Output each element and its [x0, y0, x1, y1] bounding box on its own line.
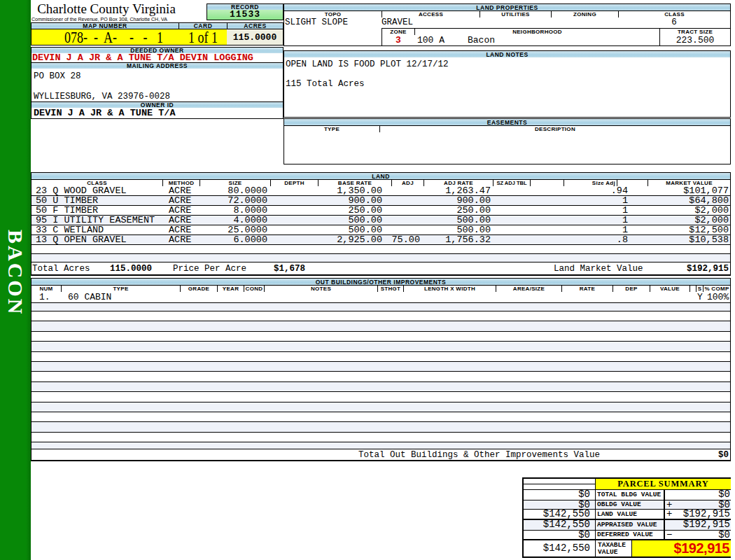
land-method-text: ACRE — [164, 195, 201, 206]
land-size-text: 6.0000 — [201, 234, 267, 245]
land-class-text: 13 Q OPEN GRAVEL — [31, 234, 164, 245]
ps-right-value: $0 — [718, 531, 730, 539]
county-title: Charlotte County Virginia — [36, 1, 176, 17]
land-size-text: 4.0000 — [201, 215, 267, 225]
owner-address-line1-text: PO BOX 28 — [34, 71, 81, 81]
out-buildings-type-text: 60 CABIN — [68, 292, 362, 302]
class-value[interactable]: 6 — [618, 18, 731, 29]
land-base-rate-text: 500.00 — [267, 225, 382, 235]
land-row[interactable]: 33 C WETLAND ACRE 25.0000 500.00 500.00 … — [31, 225, 730, 235]
utilities-value[interactable] — [479, 18, 552, 29]
map-card-text: 1 of 1 — [188, 29, 218, 45]
land-method-text: ACRE — [164, 225, 201, 235]
land-class-text: 33 C WETLAND — [31, 225, 164, 235]
spacer: +$192,915 — [665, 510, 731, 519]
land-notes-value[interactable]: OPEN LAND IS FOOD PLOT 12/17/12115 Total… — [284, 57, 731, 118]
map-map-number-text: 078- - A- - - 1 — [64, 29, 163, 45]
ps-left-value: $142,550 — [524, 520, 596, 530]
land-base-rate-text: 2,925.00 — [267, 234, 382, 245]
ps-taxable-left: $142,550 — [524, 540, 596, 556]
ps-row: $142,550 LAND VALUE +$192,915 — [524, 509, 731, 519]
easements-body[interactable] — [284, 132, 731, 164]
out-buildings-s-text: Y — [697, 292, 707, 302]
zone-value[interactable]: 3 — [382, 35, 415, 46]
out-buildings-total-row: Total Out Buildings & Other Improvements… — [31, 449, 731, 461]
out-buildings-pct-comp-text: 100% — [707, 292, 730, 302]
neighborhood-value[interactable]: 100 ABacon — [414, 35, 660, 46]
ps-left-value: $0 — [524, 490, 596, 500]
land-market-value: $192,915 — [687, 262, 729, 276]
ob-empty-row — [31, 402, 730, 412]
land-method-text: ACRE — [164, 234, 201, 245]
ob-empty-row — [31, 433, 730, 442]
ps-row: $0 DEFERRED VALUE −$0 — [524, 530, 731, 539]
ob-empty-row — [31, 442, 730, 449]
ob-empty-row — [31, 382, 730, 392]
ob-empty-row — [31, 332, 730, 342]
ob-empty-row — [31, 372, 730, 382]
ps-row: $0 TOTAL BLDG VALUE $0 — [524, 490, 731, 500]
out-buildings-total-label: Total Out Buildings & Other Improvements… — [358, 449, 600, 461]
spacer: −$0 — [665, 531, 731, 539]
county-subtitle: Commissioner of the Revenue, PO Box 308,… — [31, 16, 192, 22]
land-base-rate-text: 900.00 — [267, 195, 382, 206]
land-adj-rate-text: 900.00 — [420, 195, 491, 206]
land-class-text: 23 Q WOOD GRAVEL — [31, 186, 164, 196]
ps-right-value: $192,915 — [683, 520, 730, 529]
property-record-card: BACON Charlotte County Virginia Commissi… — [0, 0, 735, 560]
land-market-value-text: $2,000 — [628, 215, 730, 225]
land-size-adj-text: 1 — [491, 215, 628, 225]
ps-row: $142,550 APPRAISED VALUE $192,915 — [524, 519, 731, 530]
land-adj-rate-text: 1,756.32 — [420, 234, 491, 245]
land-size-adj-text: 1 — [491, 205, 628, 216]
access-value[interactable]: GRAVEL — [382, 18, 480, 29]
ps-taxable-label: TAXABLE VALUE — [596, 540, 632, 556]
ps-left-value: $0 — [524, 531, 596, 539]
land-adj-rate-text: 500.00 — [420, 215, 491, 225]
map-number-value[interactable]: 078- - A- - - 1 — [31, 29, 179, 46]
ps-label: LAND VALUE — [596, 510, 665, 519]
deeded-owner-value[interactable]: DEVIN J A JR & A TUNE T/A DEVIN LOGGING — [31, 53, 284, 63]
land-base-rate-text: 1,350.00 — [267, 186, 382, 196]
land-adj-text: 75.00 — [382, 234, 420, 245]
ps-label: TOTAL BLDG VALUE — [596, 490, 665, 500]
land-base-rate-text: 250.00 — [267, 205, 382, 216]
price-per-acre-value: $1,678 — [274, 262, 305, 276]
land-row[interactable]: 23 Q WOOD GRAVEL ACRE 80.0000 1,350.00 1… — [31, 186, 730, 196]
ob-empty-row — [31, 342, 730, 351]
owner-id-value[interactable]: DEVIN J A JR & A TUNE T/A — [31, 108, 284, 119]
land-row[interactable]: 50 F TIMBER ACRE 8.0000 250.00 250.00 1 … — [31, 206, 730, 216]
neighborhood-name-text: Bacon — [468, 35, 495, 46]
land-adj-rate-text: 500.00 — [420, 225, 491, 235]
out-buildings-total-value: $0 — [718, 449, 729, 461]
parcel-summary-title: PARCEL SUMMARY — [596, 479, 731, 489]
land-class-text: 50 U TIMBER — [31, 195, 164, 206]
mailing-address-value[interactable]: PO BOX 28WYLLIESBURG, VA 23976-0028 — [31, 69, 284, 102]
out-building-row[interactable]: 1. 60 CABIN Y 100% — [31, 292, 730, 303]
record-value[interactable]: 11533 — [206, 10, 284, 20]
parcel-summary: PARCEL SUMMARY $0 TOTAL BLDG VALUE $0 $0… — [522, 477, 731, 558]
spacer: $192,915 — [665, 520, 731, 530]
land-totals-row: Total Acres 115.0000 Price Per Acre $1,6… — [31, 262, 731, 276]
tract-size-value[interactable]: 223.500 — [659, 35, 731, 46]
zoning-value[interactable] — [551, 18, 619, 29]
land-row[interactable]: 13 Q OPEN GRAVEL ACRE 6.0000 2,925.00 75… — [31, 235, 730, 245]
acres-value[interactable]: 115.0000 — [227, 29, 284, 46]
topo-value[interactable]: SLIGHT SLOPE — [284, 18, 382, 46]
land-row[interactable]: 95 I UTILITY EASEMENT ACRE 4.0000 500.00… — [31, 216, 730, 225]
ps-header-left — [524, 479, 596, 489]
land-row[interactable]: 50 U TIMBER ACRE 72.0000 900.00 900.00 1… — [31, 196, 730, 206]
ob-empty-row — [31, 412, 730, 422]
land-method-text: ACRE — [164, 186, 201, 196]
ps-right-value: $0 — [718, 490, 730, 499]
ob-empty-row — [31, 422, 730, 432]
land-market-value-text: $64,800 — [628, 195, 730, 206]
land-class-text: 95 I UTILITY EASEMENT — [31, 215, 164, 225]
ob-empty-row — [31, 312, 730, 321]
price-per-acre-label: Price Per Acre — [173, 262, 246, 276]
ps-label: DEFERRED VALUE — [596, 531, 665, 539]
out-buildings-num-text: 1. — [31, 292, 68, 302]
ps-right-value: $192,915 — [683, 510, 730, 519]
card-value[interactable]: 1 of 1 — [178, 29, 227, 46]
total-acres-label: Total Acres — [32, 262, 90, 276]
